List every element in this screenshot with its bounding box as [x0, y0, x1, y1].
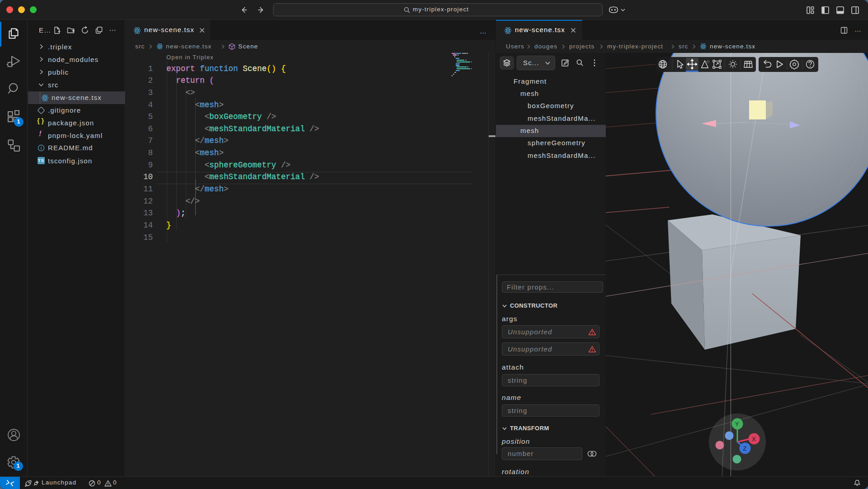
svg-text:X: X [752, 436, 756, 442]
svg-text:Z: Z [743, 445, 747, 452]
svg-text:Y: Y [735, 421, 740, 427]
